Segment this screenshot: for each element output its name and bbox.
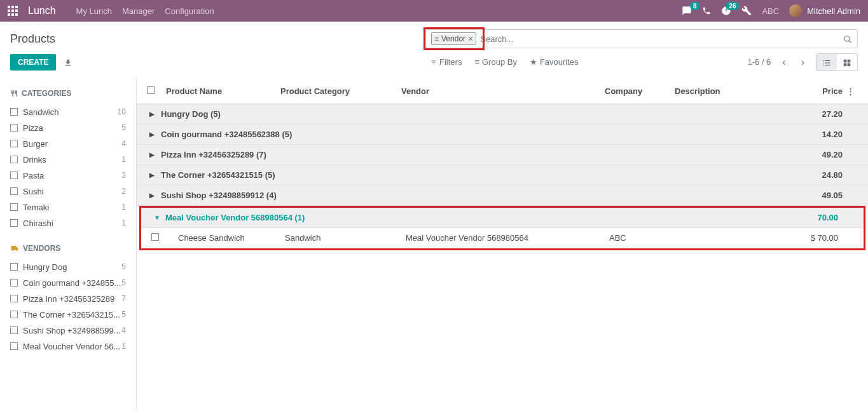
sidebar-category-item[interactable]: Pasta3 bbox=[10, 168, 126, 184]
category-label: Temaki bbox=[23, 203, 121, 212]
group-label: Hungry Dog (5) bbox=[161, 109, 792, 119]
checkbox[interactable] bbox=[10, 279, 18, 286]
cell-company: ABC bbox=[609, 233, 679, 243]
sidebar-vendor-item[interactable]: Meal Voucher Vendor 56...1 bbox=[10, 339, 126, 354]
list-icon: ≡ bbox=[474, 57, 479, 67]
checkbox[interactable] bbox=[10, 327, 18, 334]
view-kanban-button[interactable] bbox=[837, 54, 857, 71]
table-row[interactable]: Cheese SandwichSandwichMeal Voucher Vend… bbox=[141, 228, 864, 248]
category-count: 2 bbox=[121, 187, 126, 196]
group-row[interactable]: ▶The Corner +32654321515 (5)24.80 bbox=[137, 165, 868, 185]
user-name: Mitchell Admin bbox=[807, 6, 860, 16]
checkbox[interactable] bbox=[10, 187, 18, 195]
checkbox[interactable] bbox=[10, 295, 18, 302]
chat-icon[interactable]: 8 bbox=[682, 6, 692, 16]
search-box[interactable]: ≡ Vendor × bbox=[425, 29, 858, 48]
cell-vendor: Meal Voucher Vendor 568980564 bbox=[406, 233, 609, 243]
avatar bbox=[789, 4, 802, 17]
col-category[interactable]: Product Category bbox=[280, 86, 401, 96]
category-label: Sushi bbox=[23, 187, 121, 196]
checkbox[interactable] bbox=[10, 140, 18, 147]
sidebar-category-item[interactable]: Burger4 bbox=[10, 136, 126, 152]
category-label: Chirashi bbox=[23, 219, 121, 228]
favourites-dropdown[interactable]: ★ Favourites bbox=[530, 53, 579, 71]
table-header: Product Name Product Category Vendor Com… bbox=[137, 79, 868, 104]
caret-right-icon: ▶ bbox=[149, 111, 157, 118]
phone-icon[interactable] bbox=[702, 6, 711, 15]
select-all-checkbox[interactable] bbox=[147, 86, 155, 94]
tools-icon[interactable] bbox=[741, 6, 752, 16]
vendor-count: 7 bbox=[121, 294, 126, 303]
group-label: Meal Voucher Vendor 568980564 (1) bbox=[165, 213, 787, 222]
group-price: 70.00 bbox=[787, 213, 838, 222]
col-description[interactable]: Description bbox=[675, 86, 792, 96]
group-price: 49.20 bbox=[792, 150, 843, 159]
group-label: Sushi Shop +32498859912 (4) bbox=[161, 191, 792, 200]
user-company[interactable]: ABC bbox=[762, 6, 779, 16]
sidebar-vendor-item[interactable]: Sushi Shop +324988599...4 bbox=[10, 323, 126, 339]
category-label: Burger bbox=[23, 139, 121, 149]
close-icon[interactable]: × bbox=[468, 34, 473, 44]
group-row[interactable]: ▶Coin gourmand +32485562388 (5)14.20 bbox=[137, 125, 868, 145]
group-row[interactable]: ▶Hungry Dog (5)27.20 bbox=[137, 104, 868, 125]
group-price: 49.05 bbox=[792, 191, 843, 200]
sidebar-vendor-item[interactable]: Hungry Dog5 bbox=[10, 259, 126, 275]
nav-my-lunch[interactable]: My Lunch bbox=[76, 6, 112, 16]
chat-badge: 8 bbox=[690, 2, 700, 10]
import-button[interactable] bbox=[64, 57, 72, 67]
view-list-button[interactable] bbox=[816, 54, 837, 71]
sidebar-category-item[interactable]: Pizza5 bbox=[10, 120, 126, 136]
row-checkbox[interactable] bbox=[151, 233, 159, 241]
col-company[interactable]: Company bbox=[605, 86, 675, 96]
sidebar-category-item[interactable]: Chirashi1 bbox=[10, 215, 126, 231]
col-vendor[interactable]: Vendor bbox=[401, 86, 605, 96]
group-row[interactable]: ▶Sushi Shop +32498859912 (4)49.05 bbox=[137, 185, 868, 206]
cell-price: $ 70.00 bbox=[787, 233, 838, 243]
cell-name: Cheese Sandwich bbox=[170, 233, 285, 243]
sidebar-category-item[interactable]: Drinks1 bbox=[10, 152, 126, 168]
navbar: Lunch My Lunch Manager Configuration 8 2… bbox=[0, 0, 868, 22]
checkbox[interactable] bbox=[10, 311, 18, 318]
checkbox[interactable] bbox=[10, 203, 18, 211]
create-button[interactable]: CREATE bbox=[10, 54, 56, 71]
sidebar-vendor-item[interactable]: Pizza Inn +324563252897 bbox=[10, 291, 126, 307]
pager-text: 1-6 / 6 bbox=[747, 57, 771, 67]
sidebar-category-item[interactable]: Temaki1 bbox=[10, 199, 126, 215]
nav-manager[interactable]: Manager bbox=[122, 6, 155, 16]
checkbox[interactable] bbox=[10, 263, 18, 271]
search-icon[interactable] bbox=[843, 34, 852, 44]
vendor-count: 1 bbox=[121, 342, 126, 351]
checkbox[interactable] bbox=[10, 219, 18, 227]
checkbox[interactable] bbox=[10, 172, 18, 179]
pager-next[interactable]: › bbox=[797, 55, 808, 69]
checkbox[interactable] bbox=[10, 156, 18, 163]
vendor-label: The Corner +326543215... bbox=[23, 310, 121, 320]
sidebar-vendor-item[interactable]: The Corner +326543215...5 bbox=[10, 307, 126, 323]
vendor-count: 5 bbox=[121, 278, 126, 287]
col-price[interactable]: Price bbox=[792, 86, 843, 96]
activity-icon[interactable]: 26 bbox=[721, 6, 731, 16]
sidebar-vendor-item[interactable]: Coin gourmand +324855...5 bbox=[10, 275, 126, 291]
vendor-count: 5 bbox=[121, 310, 126, 319]
col-name[interactable]: Product Name bbox=[166, 86, 280, 96]
checkbox[interactable] bbox=[10, 124, 18, 131]
pager-prev[interactable]: ‹ bbox=[778, 55, 789, 69]
search-input[interactable] bbox=[480, 34, 843, 44]
sidebar-category-item[interactable]: Sushi2 bbox=[10, 184, 126, 199]
apps-icon[interactable] bbox=[8, 6, 18, 16]
group-row[interactable]: ▼Meal Voucher Vendor 568980564 (1)70.00 bbox=[141, 208, 864, 228]
sidebar-category-item[interactable]: Sandwich10 bbox=[10, 104, 126, 120]
nav-configuration[interactable]: Configuration bbox=[165, 6, 214, 16]
group-price: 14.20 bbox=[792, 130, 843, 139]
filters-dropdown[interactable]: Filters bbox=[431, 53, 462, 71]
checkbox[interactable] bbox=[10, 342, 18, 350]
group-row[interactable]: ▶Pizza Inn +32456325289 (7)49.20 bbox=[137, 145, 868, 165]
checkbox[interactable] bbox=[10, 108, 18, 116]
list-icon: ≡ bbox=[434, 34, 439, 43]
col-options[interactable]: ⋮ bbox=[843, 86, 858, 96]
group-price: 27.20 bbox=[792, 109, 843, 119]
caret-right-icon: ▶ bbox=[149, 151, 157, 158]
search-facet-vendor[interactable]: ≡ Vendor × bbox=[431, 32, 476, 45]
user-menu[interactable]: Mitchell Admin bbox=[789, 4, 860, 17]
groupby-dropdown[interactable]: ≡ Group By bbox=[474, 53, 517, 71]
